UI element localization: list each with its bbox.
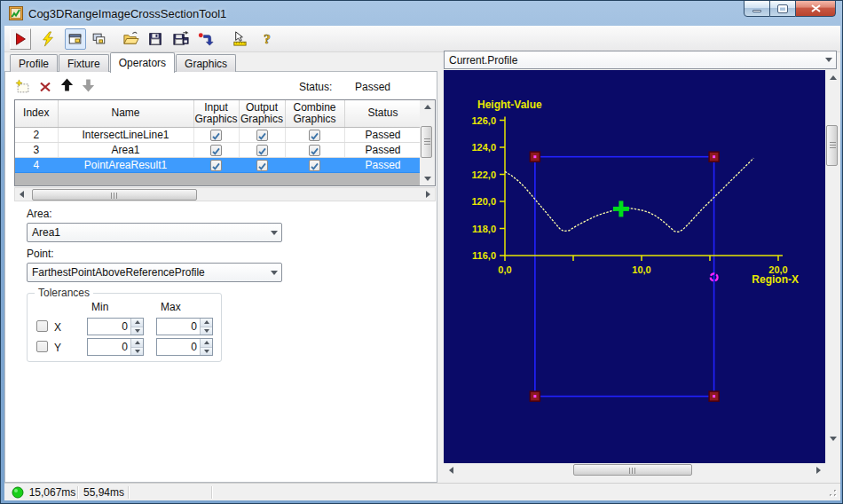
point-combo[interactable]: FarthestPointAboveReferenceProfile <box>27 263 282 282</box>
column-header-status[interactable]: Status <box>344 100 422 127</box>
tolerance-x-checkbox[interactable] <box>36 320 48 332</box>
run-button[interactable] <box>10 28 31 50</box>
tab-strip: ProfileFixtureOperatorsGraphics <box>10 52 237 72</box>
spin-up-button[interactable] <box>201 319 212 327</box>
region-rectangle[interactable] <box>535 157 714 397</box>
scrollbar-thumb[interactable] <box>573 464 692 476</box>
cell-name[interactable]: PointAreaResult1 <box>58 157 193 172</box>
scroll-right-button[interactable] <box>811 463 825 477</box>
scroll-up-button[interactable] <box>420 100 435 114</box>
scrollbar-thumb[interactable] <box>421 126 432 158</box>
column-header-output[interactable]: Output Graphics <box>239 100 285 127</box>
tolerance-x-min-input[interactable] <box>88 319 130 335</box>
cell-input-graphics[interactable] <box>193 142 239 157</box>
cell-combine-graphics[interactable] <box>285 127 344 142</box>
scroll-up-button[interactable] <box>825 70 840 84</box>
profile-selector-combo[interactable]: Current.Profile <box>444 51 837 69</box>
spin-up-button[interactable] <box>131 319 143 327</box>
y-tick-label: 116,0 <box>472 250 496 261</box>
chart-horizontal-scrollbar[interactable] <box>444 463 825 477</box>
measure-tool-button[interactable] <box>228 28 249 50</box>
cell-output-graphics[interactable] <box>239 142 285 157</box>
save-button[interactable] <box>145 28 166 50</box>
graphics-checkbox[interactable] <box>309 130 320 141</box>
spin-down-button[interactable] <box>131 348 143 356</box>
tab-operators[interactable]: Operators <box>110 52 175 73</box>
cell-output-graphics[interactable] <box>239 157 285 172</box>
column-header-input[interactable]: Input Graphics <box>193 100 239 127</box>
tab-fixture[interactable]: Fixture <box>59 54 109 72</box>
area-combo[interactable]: Area1 <box>27 223 282 242</box>
cell-status[interactable]: Passed <box>344 127 422 142</box>
tolerance-x-max-input[interactable] <box>157 319 200 335</box>
chevron-down-icon[interactable] <box>266 224 281 241</box>
open-file-button[interactable] <box>120 28 141 50</box>
tab-graphics[interactable]: Graphics <box>176 54 236 72</box>
table-row[interactable]: 4PointAreaResult1Passed <box>15 157 422 172</box>
cell-status[interactable]: Passed <box>344 157 422 172</box>
graphics-checkbox[interactable] <box>309 145 320 156</box>
delete-operator-button[interactable] <box>36 78 54 96</box>
spin-up-button[interactable] <box>131 339 143 348</box>
scroll-left-button[interactable] <box>15 188 28 201</box>
title-bar[interactable]: Cog3DRangeImageCrossSectionTool1 <box>1 1 842 26</box>
cell-combine-graphics[interactable] <box>285 142 344 157</box>
move-down-button[interactable] <box>79 76 97 94</box>
tab-profile[interactable]: Profile <box>10 54 58 72</box>
reset-button[interactable] <box>194 28 216 50</box>
chevron-down-icon[interactable] <box>266 264 281 281</box>
cell-input-graphics[interactable] <box>193 157 239 172</box>
table-row[interactable]: 3Area1Passed <box>15 142 422 157</box>
close-button[interactable] <box>795 0 836 17</box>
show-image-window-button[interactable] <box>65 28 86 50</box>
chart-vertical-scrollbar[interactable] <box>825 70 840 463</box>
graphics-checkbox[interactable] <box>210 160 222 171</box>
spin-down-button[interactable] <box>131 327 143 335</box>
save-as-button[interactable] <box>169 28 191 50</box>
cell-index[interactable]: 2 <box>15 127 58 142</box>
cell-output-graphics[interactable] <box>239 127 285 142</box>
table-row[interactable]: 2IntersectLineLine1Passed <box>15 127 422 142</box>
electric-run-button[interactable] <box>37 28 59 50</box>
cell-index[interactable]: 4 <box>15 157 58 172</box>
table-vertical-scrollbar[interactable] <box>420 100 435 185</box>
maximize-button[interactable] <box>770 0 795 17</box>
column-header-name[interactable]: Name <box>58 100 193 127</box>
cascade-windows-button[interactable] <box>88 28 109 50</box>
tolerance-y-checkbox[interactable] <box>36 341 48 352</box>
help-button[interactable]: ? <box>256 28 278 50</box>
minimize-button[interactable] <box>744 0 770 17</box>
table-horizontal-scrollbar[interactable] <box>14 187 436 201</box>
statusbar-separator <box>211 486 212 499</box>
resize-grip[interactable] <box>826 486 838 498</box>
new-operator-button[interactable] <box>14 78 32 96</box>
graphics-checkbox[interactable] <box>256 130 268 141</box>
graphics-checkbox[interactable] <box>256 160 268 171</box>
scroll-down-button[interactable] <box>420 172 435 185</box>
cell-name[interactable]: Area1 <box>58 142 193 157</box>
scroll-right-button[interactable] <box>422 188 435 201</box>
tolerance-y-max-input[interactable] <box>157 339 200 355</box>
scrollbar-thumb[interactable] <box>826 125 838 166</box>
scroll-down-button[interactable] <box>825 431 840 445</box>
farthest-point-marker[interactable] <box>613 201 629 217</box>
spin-down-button[interactable] <box>201 348 212 356</box>
cell-status[interactable]: Passed <box>344 142 422 157</box>
column-header-index[interactable]: Index <box>15 100 58 127</box>
cell-combine-graphics[interactable] <box>285 157 344 172</box>
graphics-checkbox[interactable] <box>309 160 320 171</box>
scroll-left-button[interactable] <box>444 463 458 477</box>
chevron-down-icon[interactable] <box>821 51 836 68</box>
spin-down-button[interactable] <box>201 327 212 335</box>
move-up-button[interactable] <box>58 76 75 94</box>
column-header-combine[interactable]: Combine Graphics <box>285 100 344 127</box>
tolerance-y-min-input[interactable] <box>88 339 130 355</box>
scrollbar-thumb[interactable] <box>32 189 197 201</box>
graphics-checkbox[interactable] <box>210 130 222 141</box>
graphics-checkbox[interactable] <box>210 145 222 156</box>
cell-index[interactable]: 3 <box>15 142 58 157</box>
graphics-checkbox[interactable] <box>256 145 268 156</box>
cell-name[interactable]: IntersectLineLine1 <box>58 127 193 142</box>
spin-up-button[interactable] <box>201 339 212 348</box>
cell-input-graphics[interactable] <box>193 127 239 142</box>
